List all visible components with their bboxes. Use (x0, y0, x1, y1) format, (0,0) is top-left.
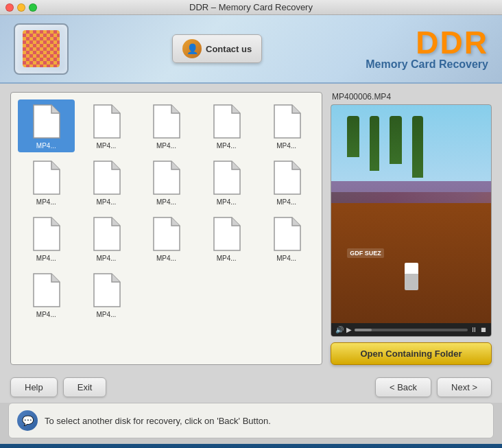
checker-icon (23, 30, 60, 67)
bottom-bar: Help Exit < Back Next > (0, 372, 502, 403)
file-label: MP4... (276, 255, 296, 262)
file-icon (29, 271, 62, 309)
file-label: MP4... (36, 198, 56, 206)
file-icon (270, 215, 303, 253)
app-header: 👤 Contact us DDR Memory Card Recovery (0, 15, 502, 84)
next-button[interactable]: Next > (437, 377, 492, 397)
file-label: MP4... (276, 142, 296, 150)
file-label: MP4... (217, 142, 237, 150)
file-item[interactable]: MP4... (198, 156, 255, 209)
file-icon (90, 158, 123, 197)
preview-filename: MP400006.MP4 (331, 92, 492, 102)
file-item[interactable]: MP4... (18, 268, 75, 321)
close-button[interactable] (5, 3, 14, 12)
file-label: MP4... (36, 142, 56, 150)
file-item[interactable]: MP4... (258, 212, 315, 265)
file-label: MP4... (96, 255, 116, 262)
status-bar: 💬 To select another disk for recovery, c… (8, 403, 494, 438)
open-folder-button[interactable]: Open Containing Folder (331, 342, 492, 365)
file-icon (150, 102, 182, 141)
file-item[interactable]: MP4... (78, 156, 135, 209)
content-area: MP4... MP4... MP4... MP4... MP4... MP4..… (10, 92, 492, 365)
help-button[interactable]: Help (10, 377, 58, 397)
file-icon (270, 158, 303, 197)
file-icon (210, 158, 243, 197)
app-footer: DataDoctor.org (0, 444, 502, 448)
video-controls: 🔊 ▶ ⏸ ⏹ (331, 323, 491, 336)
file-item[interactable]: MP4... (18, 212, 75, 265)
main-content: MP4... MP4... MP4... MP4... MP4... MP4..… (0, 84, 502, 372)
stop-icon[interactable]: ⏹ (480, 326, 487, 333)
file-label: MP4... (96, 142, 116, 150)
contact-button[interactable]: 👤 Contact us (172, 34, 262, 63)
contact-label: Contact us (206, 44, 252, 54)
scene-tree (370, 116, 379, 171)
brand-title: DDR (366, 27, 488, 58)
preview-panel: MP400006.MP4 GDF SUEZ 🔊 (331, 92, 492, 365)
scene-person (405, 263, 418, 290)
file-icon (150, 215, 182, 253)
file-item[interactable]: MP4... (198, 99, 255, 152)
file-label: MP4... (156, 142, 176, 150)
volume-icon[interactable]: 🔊 (335, 326, 344, 333)
progress-bar[interactable] (355, 329, 468, 331)
window-controls[interactable] (5, 3, 37, 12)
bottom-left-buttons: Help Exit (10, 377, 106, 397)
scene-trees (347, 116, 423, 178)
file-item[interactable]: MP4... (138, 156, 195, 209)
file-icon (90, 102, 123, 141)
file-icon (270, 102, 303, 141)
file-item[interactable]: MP4... (258, 99, 315, 152)
file-icon (210, 102, 243, 141)
file-label: MP4... (156, 198, 176, 206)
file-label: MP4... (217, 198, 237, 206)
brand-section: DDR Memory Card Recovery (366, 27, 488, 71)
file-item[interactable]: MP4... (78, 268, 135, 321)
file-panel[interactable]: MP4... MP4... MP4... MP4... MP4... MP4..… (10, 92, 322, 365)
sponsor-logo: GDF SUEZ (347, 248, 384, 258)
status-message: To select another disk for recovery, cli… (45, 416, 271, 426)
scene-tree (347, 116, 359, 157)
file-item[interactable]: MP4... (78, 99, 135, 152)
preview-image: GDF SUEZ (331, 105, 491, 323)
file-label: MP4... (156, 255, 176, 262)
file-icon (29, 215, 62, 253)
back-button[interactable]: < Back (375, 377, 431, 397)
file-icon (29, 102, 62, 141)
brand-subtitle: Memory Card Recovery (366, 58, 488, 71)
file-grid: MP4... MP4... MP4... MP4... MP4... MP4..… (18, 99, 315, 321)
exit-button[interactable]: Exit (63, 377, 107, 397)
file-icon (90, 215, 123, 253)
play-button[interactable]: ▶ (346, 326, 352, 333)
file-item[interactable]: MP4... (258, 156, 315, 209)
file-icon (210, 215, 243, 253)
app-logo-box (14, 23, 69, 75)
file-icon (90, 271, 123, 309)
file-item[interactable]: MP4... (18, 156, 75, 209)
file-label: MP4... (96, 311, 116, 318)
file-item[interactable]: MP4... (18, 99, 75, 152)
file-item[interactable]: MP4... (138, 99, 195, 152)
file-label: MP4... (36, 255, 56, 262)
file-label: MP4... (276, 198, 296, 206)
pause-icon[interactable]: ⏸ (470, 326, 477, 333)
scene-tree (390, 116, 402, 164)
scene-tree (412, 116, 423, 178)
file-label: MP4... (217, 255, 237, 262)
file-icon (150, 158, 182, 197)
file-icon (29, 158, 62, 197)
file-item[interactable]: MP4... (138, 212, 195, 265)
file-label: MP4... (36, 311, 56, 318)
bottom-right-buttons: < Back Next > (375, 377, 492, 397)
file-item[interactable]: MP4... (198, 212, 255, 265)
titlebar: DDR – Memory Card Recovery (0, 0, 502, 15)
preview-box: GDF SUEZ 🔊 ▶ ⏸ ⏹ (331, 104, 492, 337)
status-icon: 💬 (17, 410, 38, 431)
file-item[interactable]: MP4... (78, 212, 135, 265)
file-label: MP4... (96, 198, 116, 206)
maximize-button[interactable] (29, 3, 37, 12)
minimize-button[interactable] (17, 3, 25, 12)
window-title: DDR – Memory Card Recovery (189, 2, 313, 12)
progress-fill (355, 329, 372, 331)
contact-icon: 👤 (182, 39, 202, 58)
